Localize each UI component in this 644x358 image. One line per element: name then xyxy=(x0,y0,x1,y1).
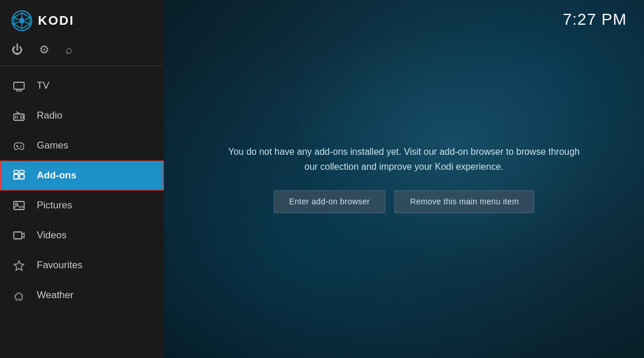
kodi-logo-icon xyxy=(12,10,32,31)
pictures-icon xyxy=(12,198,26,213)
svg-rect-22 xyxy=(14,174,18,179)
power-button[interactable]: ⏻ xyxy=(12,43,23,56)
svg-rect-9 xyxy=(14,82,24,89)
search-button[interactable]: ⌕ xyxy=(66,43,72,56)
weather-icon xyxy=(12,288,26,303)
sidebar-item-favourites[interactable]: Favourites xyxy=(0,250,164,280)
clock-display: 7:27 PM xyxy=(563,10,627,29)
sidebar-label-games: Games xyxy=(37,140,68,151)
sidebar-label-pictures: Pictures xyxy=(37,200,72,211)
enter-addon-browser-button[interactable]: Enter add-on browser xyxy=(274,191,386,214)
radio-icon xyxy=(12,108,26,123)
svg-point-21 xyxy=(21,147,22,148)
svg-rect-25 xyxy=(20,170,24,173)
app-title: KODI xyxy=(38,13,74,28)
svg-point-2 xyxy=(19,18,25,24)
settings-button[interactable]: ⚙ xyxy=(39,43,49,56)
svg-line-5 xyxy=(25,22,30,24)
content-center: You do not have any add-ons installed ye… xyxy=(180,144,628,213)
sidebar-item-games[interactable]: Games xyxy=(0,131,164,161)
svg-line-4 xyxy=(25,17,30,20)
games-icon xyxy=(12,138,26,153)
svg-rect-24 xyxy=(14,170,18,173)
sidebar-item-weather[interactable]: Weather xyxy=(0,280,164,310)
sidebar-label-videos: Videos xyxy=(37,230,67,241)
remove-menu-item-button[interactable]: Remove this main menu item xyxy=(394,191,534,214)
sidebar-label-tv: TV xyxy=(37,80,49,92)
sidebar-label-radio: Radio xyxy=(37,110,62,121)
sidebar-label-addons: Add-ons xyxy=(37,170,76,181)
sidebar-item-radio[interactable]: Radio xyxy=(0,101,164,131)
addons-icon xyxy=(12,168,26,183)
message-line1: You do not have any add-ons installed ye… xyxy=(228,147,580,157)
app-header: KODI xyxy=(0,0,164,38)
sidebar-label-favourites: Favourites xyxy=(37,260,82,271)
sidebar-action-icons: ⏻ ⚙ ⌕ xyxy=(0,38,164,66)
sidebar-item-tv[interactable]: TV xyxy=(0,71,164,101)
sidebar-item-videos[interactable]: Videos xyxy=(0,220,164,250)
svg-rect-26 xyxy=(14,201,24,210)
sidebar-label-weather: Weather xyxy=(37,290,74,301)
svg-point-14 xyxy=(21,116,24,119)
svg-rect-28 xyxy=(14,232,22,239)
sidebar: KODI ⏻ ⚙ ⌕ TV Radio xyxy=(0,0,164,358)
sidebar-divider xyxy=(0,66,164,66)
sidebar-item-pictures[interactable]: Pictures xyxy=(0,191,164,220)
svg-rect-23 xyxy=(20,174,24,179)
action-buttons: Enter add-on browser Remove this main me… xyxy=(180,191,628,214)
main-message: You do not have any add-ons installed ye… xyxy=(180,144,628,174)
tv-icon xyxy=(12,78,26,93)
svg-line-7 xyxy=(14,22,18,24)
svg-line-8 xyxy=(14,17,18,20)
main-content: 7:27 PM You do not have any add-ons inst… xyxy=(164,0,644,358)
favourites-icon xyxy=(12,258,26,273)
sidebar-item-addons[interactable]: Add-ons xyxy=(0,161,164,191)
videos-icon xyxy=(12,228,26,243)
message-line2: our collection and improve your Kodi exp… xyxy=(305,162,504,172)
svg-marker-29 xyxy=(14,261,24,271)
svg-point-20 xyxy=(21,145,22,146)
